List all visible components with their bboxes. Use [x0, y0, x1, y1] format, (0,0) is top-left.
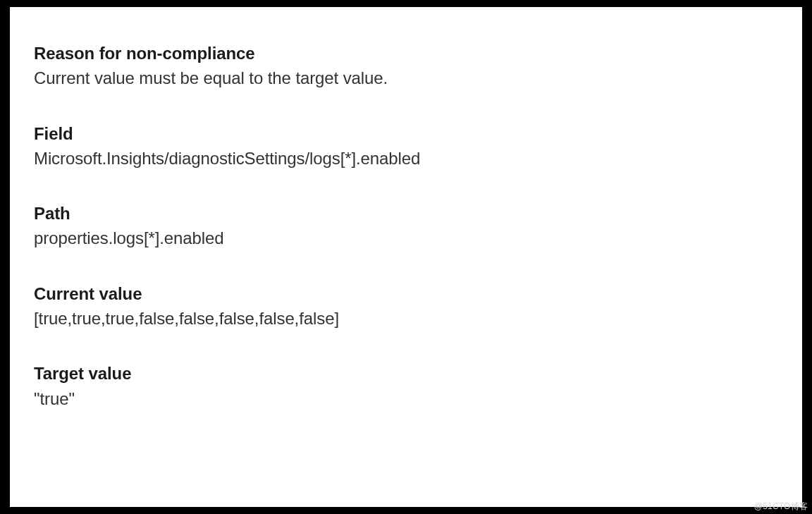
current-value-value: [true,true,true,false,false,false,false,…: [34, 307, 781, 330]
current-value-label: Current value: [34, 283, 781, 305]
reason-section: Reason for non-compliance Current value …: [34, 42, 781, 90]
compliance-details-panel: Reason for non-compliance Current value …: [10, 7, 802, 507]
field-value: Microsoft.Insights/diagnosticSettings/lo…: [34, 147, 781, 170]
watermark-text: @51CTO博客: [754, 501, 808, 513]
target-value-label: Target value: [34, 362, 781, 384]
field-section: Field Microsoft.Insights/diagnosticSetti…: [34, 123, 781, 171]
path-label: Path: [34, 202, 781, 224]
field-label: Field: [34, 123, 781, 145]
path-section: Path properties.logs[*].enabled: [34, 202, 781, 250]
target-value-section: Target value "true": [34, 362, 781, 410]
target-value-value: "true": [34, 388, 781, 410]
reason-value: Current value must be equal to the targe…: [34, 67, 781, 90]
current-value-section: Current value [true,true,true,false,fals…: [34, 283, 781, 331]
reason-label: Reason for non-compliance: [34, 42, 781, 64]
path-value: properties.logs[*].enabled: [34, 227, 781, 250]
